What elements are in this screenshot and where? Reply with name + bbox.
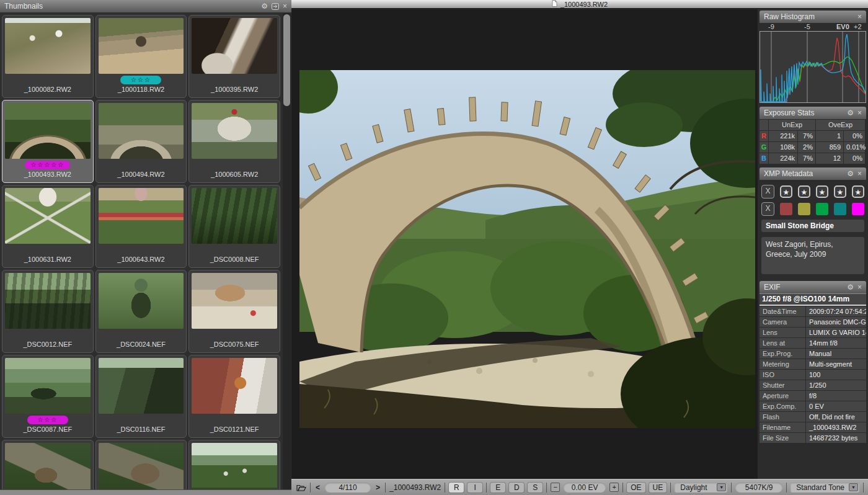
color-label-button[interactable] — [780, 203, 792, 215]
thumbnail-cell[interactable] — [2, 440, 94, 489]
thumbnail-cell[interactable]: _DSC0121.NEF — [188, 355, 280, 438]
toolbar-separator — [670, 483, 671, 493]
thumbnail-image[interactable] — [99, 188, 184, 244]
thumbnail-cell[interactable]: _DSC0075.NEF — [188, 270, 280, 353]
thumbnail-image[interactable] — [99, 443, 184, 489]
thumbnail-cell[interactable]: _1000082.RW2 — [2, 15, 94, 98]
stats-channel: G — [760, 142, 768, 153]
thumbnail-cell[interactable]: _1000605.RW2 — [188, 100, 280, 183]
open-folder-icon[interactable] — [296, 484, 306, 491]
thumbnails-panel-header: Thumbnails ⚙ × — [0, 0, 291, 12]
star-rating-button[interactable]: ★ — [816, 185, 828, 198]
clear-label-button[interactable]: X — [761, 202, 774, 216]
thumbnail-cell[interactable]: ☆☆☆ _DSC0087.NEF — [2, 355, 94, 438]
thumbnails-scrollbar-thumb[interactable] — [283, 14, 290, 106]
thumbnail-cell[interactable]: _1000494.RW2 — [95, 100, 187, 183]
thumbnail-filename: _1000631.RW2 — [5, 256, 91, 263]
thumbnail-image[interactable] — [192, 358, 277, 414]
thumbnail-cell[interactable]: _1000643.RW2 — [95, 185, 187, 268]
thumbnail-filename: _DSC0024.NEF — [99, 341, 184, 348]
thumbnail-image[interactable] — [99, 103, 184, 159]
color-label-button[interactable] — [852, 203, 864, 215]
thumbnail-image[interactable] — [5, 18, 91, 74]
details-button[interactable]: D — [509, 483, 524, 493]
thumbnail-image[interactable] — [5, 103, 91, 159]
color-label-button[interactable] — [798, 203, 810, 215]
toolbar-separator — [786, 483, 787, 493]
prev-image-button[interactable]: < — [314, 483, 321, 492]
gear-icon[interactable]: ⚙ — [847, 283, 854, 291]
thumbnail-image[interactable] — [192, 273, 277, 329]
thumbnail-cell[interactable]: _1000631.RW2 — [2, 185, 94, 268]
exif-row-value: 0 EV — [806, 401, 866, 411]
chevron-down-icon[interactable]: ▼ — [717, 483, 726, 491]
underexposure-toggle[interactable]: UE — [649, 483, 667, 493]
image-description-field[interactable]: West Zagori, Epirus, Greece, July 2009 — [761, 237, 864, 274]
exposure-button[interactable]: E — [490, 483, 505, 493]
white-balance-dropdown[interactable]: Daylight ▼ — [675, 483, 727, 493]
exif-table: Date&Time 2009:07:24 07:54:27 Camera Pan… — [760, 306, 866, 443]
shadows-button[interactable]: S — [528, 483, 542, 493]
chevron-down-icon[interactable]: ▼ — [849, 483, 858, 491]
exposure-stats-panel: Exposure Stats ⚙ × UnExp OveExp R 221k 7… — [760, 107, 866, 164]
star-rating-button[interactable]: ★ — [834, 185, 846, 198]
thumbnail-cell[interactable]: ☆☆☆☆☆ _1000493.RW2 — [2, 100, 94, 183]
star-rating-button[interactable]: ★ — [852, 185, 864, 198]
thumbnail-image[interactable] — [5, 188, 91, 244]
clear-rating-button[interactable]: X — [761, 185, 774, 198]
thumbnail-image[interactable] — [5, 273, 91, 329]
xmp-label-row: X — [761, 202, 864, 216]
internal-jpeg-button[interactable]: I — [467, 483, 482, 493]
gear-icon[interactable]: ⚙ — [261, 2, 268, 10]
stats-unexp-count: 108k — [769, 142, 797, 153]
close-icon[interactable]: × — [283, 2, 287, 10]
close-icon[interactable]: × — [857, 283, 862, 291]
thumbnail-image[interactable] — [5, 358, 91, 414]
thumbnail-cell[interactable] — [95, 440, 187, 489]
close-icon[interactable]: × — [857, 109, 862, 117]
ev-increase-button[interactable]: + — [609, 483, 619, 492]
thumbnail-filename: _1000395.RW2 — [192, 86, 277, 93]
tone-curve-dropdown[interactable]: Standard Tone ▼ — [790, 483, 859, 493]
thumbnail-image[interactable] — [192, 188, 277, 244]
thumbnail-cell[interactable]: _1000395.RW2 — [188, 15, 280, 98]
next-image-button[interactable]: > — [374, 483, 381, 492]
thumbnails-scrollbar[interactable] — [283, 13, 291, 489]
thumbnail-image[interactable] — [5, 443, 91, 489]
thumbnail-cell[interactable]: _DSC0008.NEF — [188, 185, 280, 268]
gear-icon[interactable]: ⚙ — [847, 170, 854, 177]
thumbnail-cell[interactable]: ☆☆☆ _1000118.RW2 — [95, 15, 187, 98]
dock-panel-icon[interactable] — [272, 3, 279, 10]
thumbnail-cell[interactable]: _DSC0116.NEF — [95, 355, 187, 438]
thumbnail-image[interactable] — [99, 358, 184, 414]
gear-icon[interactable]: ⚙ — [847, 109, 854, 117]
overexposure-toggle[interactable]: OE — [627, 483, 645, 493]
raw-mode-button[interactable]: R — [449, 483, 464, 493]
close-icon[interactable]: × — [857, 170, 862, 177]
toolbar-separator — [310, 483, 311, 493]
thumbnail-image[interactable] — [192, 103, 277, 159]
thumbnail-image[interactable] — [192, 18, 277, 74]
exif-row-value: Manual — [806, 349, 866, 359]
thumbnail-image[interactable] — [99, 18, 184, 74]
photo-canvas[interactable] — [299, 70, 755, 428]
color-label-button[interactable] — [816, 203, 828, 215]
ev-label: EV0 — [836, 23, 849, 30]
thumbnail-cell[interactable]: _DSC0024.NEF — [95, 270, 187, 353]
image-title-field[interactable]: Small Stone Bridge — [761, 220, 864, 232]
thumbnail-image[interactable] — [99, 273, 184, 329]
thumbnail-image[interactable] — [192, 443, 277, 489]
star-rating-button[interactable]: ★ — [780, 185, 792, 198]
close-icon[interactable]: × — [857, 13, 862, 20]
thumbnail-cell[interactable] — [188, 440, 280, 489]
ev-decrease-button[interactable]: − — [551, 483, 560, 492]
thumbnail-filename: _DSC0087.NEF — [5, 426, 91, 433]
exif-row-label: Metering — [760, 359, 805, 369]
thumbnail-grid: _1000082.RW2 ☆☆☆ _1000118.RW2 _1000395.R… — [0, 13, 282, 489]
color-label-button[interactable] — [834, 203, 846, 215]
stats-channel: B — [760, 153, 768, 164]
thumbnail-cell[interactable]: _DSC0012.NEF — [2, 270, 94, 353]
stats-unexp-pct: 2% — [798, 142, 815, 153]
star-rating-button[interactable]: ★ — [798, 185, 810, 198]
stats-oveexp-pct: 0% — [844, 153, 865, 164]
